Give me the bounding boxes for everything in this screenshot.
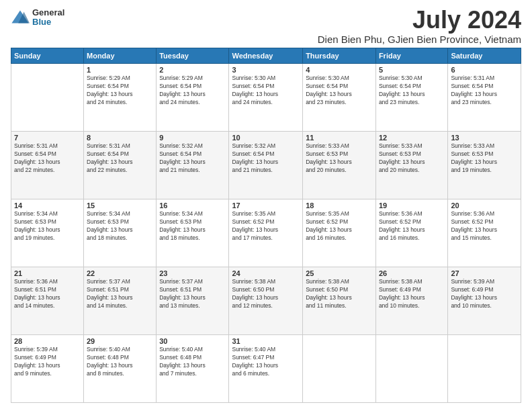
calendar-cell: 15Sunrise: 5:34 AM Sunset: 6:53 PM Dayli… xyxy=(84,199,157,267)
calendar-header-row: SundayMondayTuesdayWednesdayThursdayFrid… xyxy=(11,48,521,64)
day-number: 3 xyxy=(232,66,300,74)
page: General Blue July 2024 Dien Bien Phu, GJ… xyxy=(0,0,532,411)
day-info: Sunrise: 5:39 AM Sunset: 6:49 PM Dayligh… xyxy=(451,278,518,310)
day-number: 29 xyxy=(87,337,153,345)
day-number: 4 xyxy=(306,66,373,74)
calendar-cell xyxy=(448,335,521,403)
day-number: 17 xyxy=(232,201,300,210)
calendar-cell xyxy=(375,335,447,403)
calendar-table: SundayMondayTuesdayWednesdayThursdayFrid… xyxy=(11,48,521,403)
calendar-cell: 21Sunrise: 5:36 AM Sunset: 6:51 PM Dayli… xyxy=(11,267,84,335)
calendar-week-5: 28Sunrise: 5:39 AM Sunset: 6:49 PM Dayli… xyxy=(11,335,521,403)
calendar-header-sunday: Sunday xyxy=(11,48,84,64)
day-info: Sunrise: 5:32 AM Sunset: 6:54 PM Dayligh… xyxy=(159,142,226,175)
day-info: Sunrise: 5:33 AM Sunset: 6:53 PM Dayligh… xyxy=(451,142,518,175)
day-number: 26 xyxy=(379,269,445,277)
day-number: 24 xyxy=(232,269,300,277)
calendar-cell: 6Sunrise: 5:31 AM Sunset: 6:54 PM Daylig… xyxy=(448,64,521,132)
day-number: 6 xyxy=(451,66,518,74)
day-info: Sunrise: 5:36 AM Sunset: 6:52 PM Dayligh… xyxy=(451,210,518,242)
calendar-cell: 29Sunrise: 5:40 AM Sunset: 6:48 PM Dayli… xyxy=(84,335,157,403)
header: General Blue July 2024 Dien Bien Phu, GJ… xyxy=(11,8,521,45)
calendar-cell: 19Sunrise: 5:36 AM Sunset: 6:52 PM Dayli… xyxy=(375,199,447,267)
day-number: 21 xyxy=(14,269,81,277)
calendar-cell: 1Sunrise: 5:29 AM Sunset: 6:54 PM Daylig… xyxy=(84,64,157,132)
calendar-cell xyxy=(303,335,376,403)
calendar-cell: 11Sunrise: 5:33 AM Sunset: 6:53 PM Dayli… xyxy=(303,132,376,199)
calendar-week-4: 21Sunrise: 5:36 AM Sunset: 6:51 PM Dayli… xyxy=(11,267,521,335)
calendar-header-saturday: Saturday xyxy=(448,48,521,64)
day-info: Sunrise: 5:31 AM Sunset: 6:54 PM Dayligh… xyxy=(451,75,518,107)
day-number: 9 xyxy=(159,134,226,142)
logo: General Blue xyxy=(11,8,64,28)
day-info: Sunrise: 5:39 AM Sunset: 6:49 PM Dayligh… xyxy=(14,346,81,378)
day-info: Sunrise: 5:40 AM Sunset: 6:48 PM Dayligh… xyxy=(87,346,153,378)
day-number: 30 xyxy=(159,337,226,345)
day-number: 14 xyxy=(14,201,81,210)
day-number: 5 xyxy=(379,66,445,74)
calendar-cell: 31Sunrise: 5:40 AM Sunset: 6:47 PM Dayli… xyxy=(229,335,303,403)
day-number: 27 xyxy=(451,269,518,277)
calendar-cell: 24Sunrise: 5:38 AM Sunset: 6:50 PM Dayli… xyxy=(229,267,303,335)
calendar-header-friday: Friday xyxy=(375,48,447,64)
day-number: 18 xyxy=(306,201,373,210)
day-number: 12 xyxy=(379,134,445,142)
day-info: Sunrise: 5:34 AM Sunset: 6:53 PM Dayligh… xyxy=(159,210,226,242)
calendar-cell: 3Sunrise: 5:30 AM Sunset: 6:54 PM Daylig… xyxy=(229,64,303,132)
day-info: Sunrise: 5:33 AM Sunset: 6:53 PM Dayligh… xyxy=(379,142,445,175)
day-info: Sunrise: 5:36 AM Sunset: 6:52 PM Dayligh… xyxy=(379,210,445,242)
day-info: Sunrise: 5:30 AM Sunset: 6:54 PM Dayligh… xyxy=(306,75,373,107)
calendar-cell: 13Sunrise: 5:33 AM Sunset: 6:53 PM Dayli… xyxy=(448,132,521,199)
day-number: 25 xyxy=(306,269,373,277)
day-info: Sunrise: 5:34 AM Sunset: 6:53 PM Dayligh… xyxy=(87,210,153,242)
calendar-cell: 8Sunrise: 5:31 AM Sunset: 6:54 PM Daylig… xyxy=(84,132,157,199)
logo-icon xyxy=(11,8,30,27)
logo-general-text: General xyxy=(32,8,64,17)
calendar-cell: 5Sunrise: 5:30 AM Sunset: 6:54 PM Daylig… xyxy=(375,64,447,132)
day-number: 22 xyxy=(87,269,153,277)
main-title: July 2024 xyxy=(318,8,521,32)
calendar-cell: 22Sunrise: 5:37 AM Sunset: 6:51 PM Dayli… xyxy=(84,267,157,335)
day-number: 7 xyxy=(14,134,81,142)
calendar-header-monday: Monday xyxy=(84,48,157,64)
calendar-header-wednesday: Wednesday xyxy=(229,48,303,64)
calendar-cell: 17Sunrise: 5:35 AM Sunset: 6:52 PM Dayli… xyxy=(229,199,303,267)
day-info: Sunrise: 5:29 AM Sunset: 6:54 PM Dayligh… xyxy=(87,75,153,107)
calendar-week-3: 14Sunrise: 5:34 AM Sunset: 6:53 PM Dayli… xyxy=(11,199,521,267)
calendar-cell: 26Sunrise: 5:38 AM Sunset: 6:49 PM Dayli… xyxy=(375,267,447,335)
day-info: Sunrise: 5:33 AM Sunset: 6:53 PM Dayligh… xyxy=(306,142,373,175)
day-info: Sunrise: 5:31 AM Sunset: 6:54 PM Dayligh… xyxy=(14,142,81,175)
day-number: 15 xyxy=(87,201,153,210)
day-number: 23 xyxy=(159,269,226,277)
day-info: Sunrise: 5:40 AM Sunset: 6:48 PM Dayligh… xyxy=(159,346,226,378)
calendar-cell: 23Sunrise: 5:37 AM Sunset: 6:51 PM Dayli… xyxy=(157,267,229,335)
day-number: 8 xyxy=(87,134,153,142)
day-info: Sunrise: 5:37 AM Sunset: 6:51 PM Dayligh… xyxy=(159,278,226,310)
calendar-week-1: 1Sunrise: 5:29 AM Sunset: 6:54 PM Daylig… xyxy=(11,64,521,132)
calendar-header-tuesday: Tuesday xyxy=(157,48,229,64)
day-info: Sunrise: 5:29 AM Sunset: 6:54 PM Dayligh… xyxy=(159,75,226,107)
day-number: 10 xyxy=(232,134,300,142)
day-number: 13 xyxy=(451,134,518,142)
day-number: 11 xyxy=(306,134,373,142)
calendar-cell xyxy=(11,64,84,132)
title-section: July 2024 Dien Bien Phu, GJien Bien Prov… xyxy=(318,8,521,45)
day-info: Sunrise: 5:37 AM Sunset: 6:51 PM Dayligh… xyxy=(87,278,153,310)
calendar-header-thursday: Thursday xyxy=(303,48,376,64)
day-number: 20 xyxy=(451,201,518,210)
logo-text: General Blue xyxy=(32,8,64,28)
day-number: 19 xyxy=(379,201,445,210)
calendar-cell: 18Sunrise: 5:35 AM Sunset: 6:52 PM Dayli… xyxy=(303,199,376,267)
day-info: Sunrise: 5:35 AM Sunset: 6:52 PM Dayligh… xyxy=(232,210,300,242)
calendar-cell: 20Sunrise: 5:36 AM Sunset: 6:52 PM Dayli… xyxy=(448,199,521,267)
day-number: 28 xyxy=(14,337,81,345)
calendar-cell: 9Sunrise: 5:32 AM Sunset: 6:54 PM Daylig… xyxy=(157,132,229,199)
calendar-cell: 12Sunrise: 5:33 AM Sunset: 6:53 PM Dayli… xyxy=(375,132,447,199)
logo-blue-text: Blue xyxy=(32,17,64,27)
calendar-cell: 10Sunrise: 5:32 AM Sunset: 6:54 PM Dayli… xyxy=(229,132,303,199)
day-number: 16 xyxy=(159,201,226,210)
day-info: Sunrise: 5:38 AM Sunset: 6:50 PM Dayligh… xyxy=(232,278,300,310)
calendar-cell: 25Sunrise: 5:38 AM Sunset: 6:50 PM Dayli… xyxy=(303,267,376,335)
day-info: Sunrise: 5:36 AM Sunset: 6:51 PM Dayligh… xyxy=(14,278,81,310)
day-number: 31 xyxy=(232,337,300,345)
